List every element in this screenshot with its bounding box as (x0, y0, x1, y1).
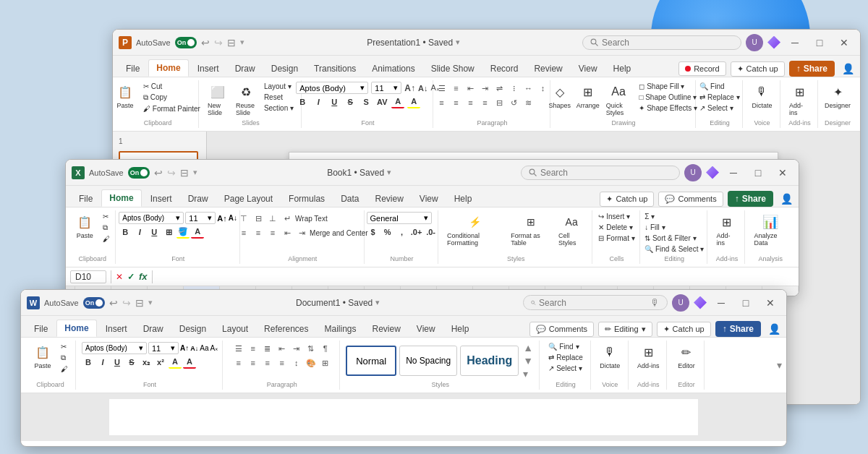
excel-font-arrow[interactable]: ▾ (176, 213, 180, 223)
ppt-tab-record[interactable]: Record (483, 61, 526, 77)
word-tab-draw[interactable]: Draw (136, 321, 171, 337)
excel-user-avatar[interactable]: U (684, 164, 702, 181)
word-autosave-toggle[interactable]: On (83, 297, 106, 309)
ppt-justify[interactable]: ≡ (479, 96, 492, 109)
word-multilevel-button[interactable]: ≣ (261, 342, 274, 355)
ppt-fontsize-selector[interactable]: 11 ▾ (371, 82, 401, 94)
excel-tab-pagelayout[interactable]: Page Layout (217, 191, 280, 207)
excel-align-vmid[interactable]: ⊟ (252, 212, 265, 225)
excel-fontcolor-button[interactable]: A (191, 226, 204, 239)
word-editor-button[interactable]: ✏ Editor (673, 342, 699, 371)
excel-fill-button[interactable]: ↓ Fill ▾ (642, 223, 668, 232)
word-linespace-button[interactable]: ↕ (290, 356, 303, 369)
word-quickaccess-icon[interactable]: ⊟ (135, 297, 144, 309)
ppt-close-button[interactable]: ✕ (834, 35, 854, 51)
excel-wraptext-label[interactable]: Wrap Text (295, 215, 328, 223)
excel-format-button[interactable]: ⊟ Format ▾ (595, 234, 637, 243)
excel-fontsize-increase[interactable]: A↑ (217, 214, 226, 223)
ppt-collab-icon[interactable]: 👤 (842, 63, 854, 74)
ppt-fontsize-decrease[interactable]: A↓ (418, 84, 427, 93)
ppt-quickstyles-button[interactable]: Aa Quick Styles (603, 82, 634, 118)
excel-tab-insert[interactable]: Insert (143, 191, 179, 207)
ppt-tab-slideshow[interactable]: Slide Show (424, 61, 482, 77)
excel-wrap-button[interactable]: ↵ (281, 212, 294, 225)
word-clearformat-button[interactable]: Aₓ (210, 344, 218, 352)
ppt-designer-button[interactable]: ✦ Designer (822, 82, 854, 111)
word-ribbon-expand-icon[interactable]: ▾ (777, 359, 782, 371)
ppt-charspacing-button[interactable]: AV (375, 95, 388, 108)
excel-findselect-button[interactable]: 🔍 Find & Select ▾ (642, 244, 707, 254)
ppt-align-center[interactable]: ≡ (450, 96, 463, 109)
word-addins-button[interactable]: ⊞ Add-ins (634, 342, 663, 371)
excel-fontsize-selector[interactable]: 11 ▾ (185, 212, 216, 224)
word-border-button[interactable]: ⊞ (319, 356, 332, 369)
ppt-reset-button[interactable]: Reset (261, 93, 297, 102)
ppt-user-avatar[interactable]: U (746, 34, 763, 51)
word-show-marks[interactable]: ¶ (319, 342, 332, 355)
ppt-fontsize-arrow[interactable]: ▾ (393, 83, 398, 93)
excel-decimal-decrease[interactable]: .0- (425, 226, 438, 239)
ppt-customize-arrow[interactable]: ▾ (240, 38, 244, 47)
excel-align-top[interactable]: ⊤ (237, 212, 250, 225)
excel-tab-formulas[interactable]: Formulas (281, 191, 332, 207)
ppt-bullets-button[interactable]: ☰ (435, 82, 448, 95)
word-highlight-button[interactable]: A (169, 356, 182, 369)
word-sort-button[interactable]: ⇅ (305, 342, 318, 355)
ppt-textalign-v[interactable]: ⊟ (493, 96, 506, 109)
excel-collab-icon[interactable]: 👤 (780, 193, 793, 205)
ppt-find-button[interactable]: 🔍 Find (697, 82, 727, 91)
word-search-bar[interactable]: 🎙 (523, 295, 668, 310)
excel-customize-arrow[interactable]: ▾ (193, 168, 197, 177)
word-align-right[interactable]: ≡ (261, 356, 274, 369)
word-collab-icon[interactable]: 👤 (768, 323, 780, 335)
excel-confirm-icon[interactable]: ✓ (127, 272, 135, 282)
word-dictate-button[interactable]: 🎙 Dictate (597, 342, 623, 371)
ppt-addins-button[interactable]: ⊞ Add-ins (786, 82, 813, 118)
ppt-tab-transitions[interactable]: Transitions (307, 61, 363, 77)
word-font-selector[interactable]: Aptos (Body) ▾ (82, 342, 147, 354)
word-tab-help[interactable]: Help (444, 321, 477, 337)
excel-autosum-button[interactable]: Σ ▾ (642, 212, 658, 221)
word-indent-more[interactable]: ⇥ (290, 342, 303, 355)
excel-paste-button[interactable]: 📋 Paste (72, 212, 98, 241)
ppt-indent-more[interactable]: ⇥ (479, 82, 492, 95)
word-underline-button[interactable]: U (111, 356, 124, 369)
excel-close-button[interactable]: ✕ (773, 165, 793, 181)
excel-comments-button[interactable]: 💬 Comments (658, 192, 723, 207)
ppt-smart-art[interactable]: ≋ (522, 96, 535, 109)
excel-cut-button[interactable]: ✂ (100, 212, 113, 221)
ppt-tab-draw[interactable]: Draw (228, 61, 263, 77)
excel-undo-icon[interactable]: ↩ (154, 167, 163, 179)
excel-italic-button[interactable]: I (133, 226, 146, 239)
word-customize-arrow[interactable]: ▾ (148, 298, 153, 307)
word-minimize-button[interactable]: ─ (711, 295, 731, 311)
word-styles-down-arrow[interactable]: ▼ (522, 355, 535, 367)
word-select-button[interactable]: ↗ Select ▾ (545, 364, 585, 373)
excel-search-bar[interactable] (521, 166, 680, 180)
word-strikethrough-button[interactable]: S (125, 356, 138, 369)
ppt-highlight-button[interactable]: A (407, 95, 420, 108)
excel-tab-file[interactable]: File (72, 191, 100, 207)
word-redo-icon[interactable]: ↪ (122, 297, 131, 309)
word-align-left[interactable]: ≡ (232, 356, 245, 369)
word-font-arrow[interactable]: ▾ (139, 343, 143, 353)
ppt-copy-button[interactable]: ⧉ Copy (140, 93, 203, 103)
ppt-record-button[interactable]: Record (678, 61, 726, 76)
ppt-textshadow-button[interactable]: S (359, 95, 373, 108)
ppt-tab-insert[interactable]: Insert (190, 61, 226, 77)
word-saved-chevron[interactable]: ▾ (375, 298, 380, 307)
excel-formula-icon[interactable]: fx (139, 271, 148, 282)
ppt-font-selector[interactable]: Aptos (Body) ▾ (296, 82, 368, 94)
word-numbering-button[interactable]: ≡ (247, 342, 260, 355)
excel-copilot-icon[interactable] (706, 166, 719, 179)
word-find-button[interactable]: 🔍 Find ▾ (545, 342, 582, 351)
ppt-tab-review[interactable]: Review (527, 61, 569, 77)
word-close-button[interactable]: ✕ (760, 295, 780, 311)
ppt-align-left[interactable]: ≡ (435, 96, 448, 109)
excel-formatpaint-button[interactable]: 🖌 (100, 234, 113, 244)
excel-fontsize-decrease[interactable]: A↓ (229, 214, 237, 222)
excel-numformat-arrow[interactable]: ▾ (424, 213, 428, 223)
ppt-textalign-button[interactable]: ↔ (522, 82, 535, 95)
excel-tab-view[interactable]: View (412, 191, 446, 207)
ppt-section-button[interactable]: Section ▾ (261, 103, 297, 113)
